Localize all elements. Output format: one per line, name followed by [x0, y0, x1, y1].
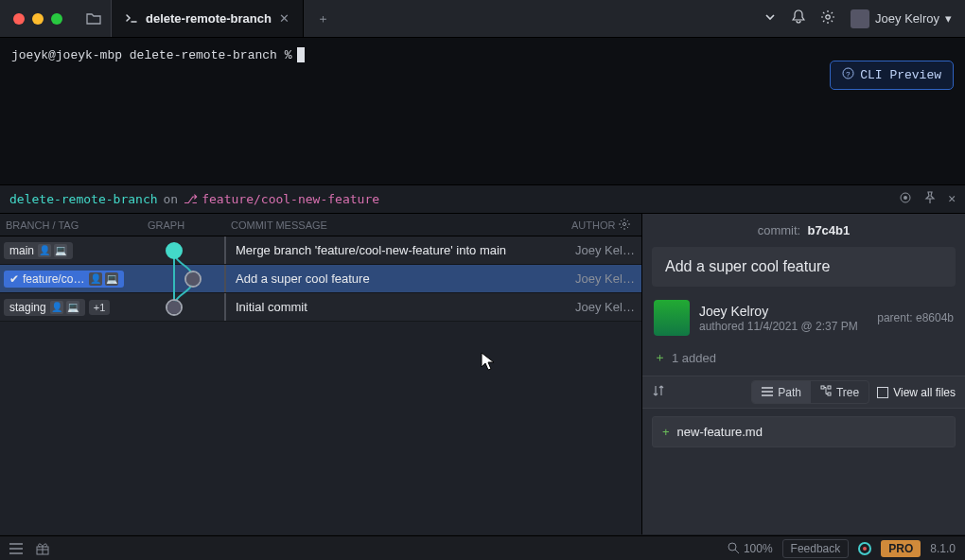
- view-mode-toggle: Path Tree: [751, 380, 869, 404]
- zoom-control[interactable]: 100%: [728, 542, 773, 555]
- checkmark-icon: ✔: [9, 272, 19, 286]
- commit-node[interactable]: [166, 242, 183, 259]
- commit-row[interactable]: staging 👤 💻 +1 Initial commit Joey Kelr…: [0, 293, 641, 322]
- focus-target-icon[interactable]: [899, 191, 912, 207]
- svg-point-3: [904, 196, 907, 200]
- commit-row[interactable]: ✔ feature/cool… 👤 💻 Add a super cool fea…: [0, 265, 641, 293]
- mouse-cursor-icon: [481, 352, 496, 373]
- commit-author: Joey Kelr…: [570, 271, 641, 286]
- svg-point-0: [826, 15, 830, 19]
- column-headers: Branch / Tag Graph Commit Message Author: [0, 214, 641, 236]
- list-icon: [762, 386, 773, 399]
- branch-extra-count[interactable]: +1: [89, 300, 111, 315]
- chevron-down-icon: ▾: [945, 11, 952, 26]
- terminal-prompt: joeyk@joeyk-mbp delete-remote-branch %: [11, 48, 291, 62]
- version-label: 8.1.0: [930, 542, 956, 555]
- branch-chip-feature[interactable]: ✔ feature/cool… 👤 💻: [4, 271, 124, 288]
- col-header-message[interactable]: Commit Message: [225, 219, 566, 231]
- plus-icon: ＋: [654, 349, 666, 366]
- laptop-icon: 💻: [66, 301, 79, 314]
- title-bar: delete-remote-branch ✕ ＋ Joey Kelroy ▾: [0, 0, 965, 38]
- avatar: [851, 9, 869, 28]
- tree-icon: [820, 385, 832, 399]
- view-mode-tree[interactable]: Tree: [811, 381, 868, 403]
- diff-summary: ＋ 1 added: [642, 340, 965, 376]
- author-date: authored 11/4/2021 @ 2:37 PM: [699, 320, 868, 333]
- settings-icon[interactable]: [820, 9, 835, 27]
- tab-close-icon[interactable]: ✕: [279, 11, 290, 26]
- svg-text:?: ?: [846, 70, 851, 79]
- user-menu[interactable]: Joey Kelroy ▾: [851, 9, 952, 28]
- new-tab-button[interactable]: ＋: [304, 10, 342, 27]
- terminal-panel[interactable]: joeyk@joeyk-mbp delete-remote-branch % ?…: [0, 38, 965, 184]
- svg-point-5: [623, 222, 625, 225]
- close-panel-icon[interactable]: ✕: [948, 191, 956, 207]
- pin-icon[interactable]: [923, 191, 937, 207]
- commit-title: Add a super cool feature: [652, 247, 956, 287]
- commit-hash[interactable]: b7c4b1: [807, 223, 850, 237]
- tab-terminal[interactable]: delete-remote-branch ✕: [112, 0, 304, 37]
- file-name: new-feature.md: [677, 425, 763, 439]
- history-dropdown-icon[interactable]: [763, 10, 777, 26]
- avatar-icon: 👤: [50, 301, 63, 314]
- open-folder-button[interactable]: [76, 0, 112, 37]
- commit-node[interactable]: [184, 271, 202, 288]
- help-icon: ?: [842, 67, 854, 83]
- laptop-icon: 💻: [105, 272, 118, 286]
- svg-rect-8: [828, 393, 831, 395]
- col-header-branch[interactable]: Branch / Tag: [0, 219, 142, 231]
- col-header-author[interactable]: Author: [571, 219, 615, 231]
- window-close-icon[interactable]: [13, 13, 25, 25]
- file-added-icon: +: [662, 425, 670, 439]
- gift-icon[interactable]: [36, 542, 49, 555]
- pro-badge[interactable]: PRO: [881, 540, 921, 557]
- view-all-files-checkbox[interactable]: View all files: [877, 386, 956, 399]
- parent-commit[interactable]: parent: e8604b: [877, 311, 954, 324]
- sort-icon[interactable]: [652, 384, 665, 400]
- commit-graph-panel: Branch / Tag Graph Commit Message Author…: [0, 214, 641, 534]
- status-bar: 100% Feedback PRO 8.1.0: [0, 535, 965, 560]
- columns-settings-icon[interactable]: [619, 219, 632, 232]
- avatar-icon: 👤: [89, 272, 102, 286]
- commit-rows: main 👤 💻 Merge branch 'fea: [0, 236, 641, 322]
- commit-hash-header: commit: b7c4b1: [642, 214, 965, 247]
- list-icon[interactable]: [9, 543, 23, 554]
- window-maximize-icon[interactable]: [51, 13, 62, 25]
- avatar-icon: 👤: [38, 244, 51, 257]
- laptop-icon: 💻: [54, 244, 67, 257]
- author-name: Joey Kelroy: [699, 304, 868, 319]
- commit-row[interactable]: main 👤 💻 Merge branch 'fea: [0, 236, 641, 265]
- commit-message: Initial commit: [224, 293, 570, 321]
- view-mode-path[interactable]: Path: [752, 381, 811, 403]
- context-repo-name: delete-remote-branch: [9, 192, 158, 206]
- user-name: Joey Kelroy: [875, 11, 939, 26]
- commit-author: Joey Kelr…: [570, 243, 641, 257]
- feedback-button[interactable]: Feedback: [782, 539, 850, 558]
- commit-message: Merge branch 'feature/cool-new-feature' …: [224, 236, 570, 264]
- status-target-icon[interactable]: [858, 542, 871, 555]
- notifications-icon[interactable]: [792, 9, 805, 27]
- svg-rect-6: [821, 386, 824, 389]
- window-controls: [0, 13, 76, 25]
- svg-point-10: [728, 543, 736, 551]
- checkbox-icon: [877, 387, 888, 398]
- svg-rect-7: [828, 386, 831, 389]
- branch-chip-main[interactable]: main 👤 💻: [4, 242, 73, 259]
- commit-node[interactable]: [166, 299, 183, 316]
- commit-detail-panel: commit: b7c4b1 Add a super cool feature …: [641, 214, 965, 534]
- changed-file[interactable]: + new-feature.md: [662, 425, 945, 439]
- branch-chip-staging[interactable]: staging 👤 💻: [4, 299, 85, 316]
- changed-files-list: + new-feature.md: [652, 416, 956, 447]
- file-toolbar: Path Tree View all files: [642, 376, 965, 409]
- tab-title: delete-remote-branch: [146, 11, 272, 26]
- branch-icon: [184, 192, 198, 206]
- terminal-icon: [125, 12, 138, 26]
- cli-preview-button[interactable]: ? CLI Preview: [830, 61, 954, 90]
- author-avatar: [654, 300, 690, 336]
- window-minimize-icon[interactable]: [32, 13, 44, 25]
- commit-author: Joey Kelr…: [570, 300, 641, 314]
- context-on-word: on: [164, 192, 179, 206]
- context-branch-name: feature/cool-new-feature: [202, 192, 379, 206]
- commit-message: Add a super cool feature: [224, 265, 570, 292]
- terminal-cursor: [297, 47, 305, 62]
